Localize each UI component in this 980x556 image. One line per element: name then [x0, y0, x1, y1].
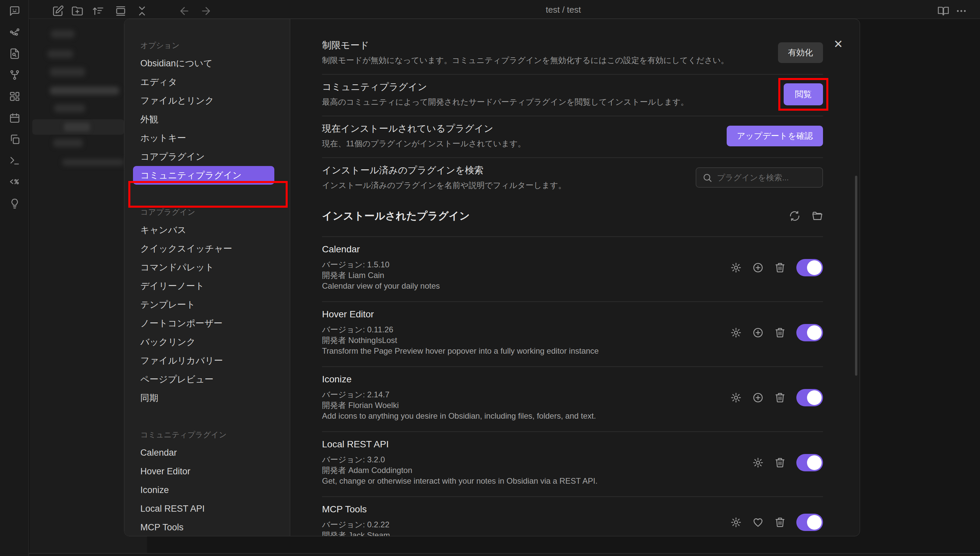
plugin-enable-toggle[interactable]	[796, 259, 823, 276]
plugin-row-calendar: Calendar バージョン: 1.5.10 開発者 Liam Cain Cal…	[322, 237, 823, 302]
sidebar-item-plugin-hover-editor[interactable]: Hover Editor	[124, 462, 290, 481]
plugin-settings-gear-icon[interactable]	[730, 517, 742, 528]
sidebar-item-daily-notes[interactable]: デイリーノート	[124, 277, 290, 295]
calendar-ribbon-icon[interactable]	[9, 112, 20, 124]
enable-restricted-mode-button[interactable]: 有効化	[778, 42, 823, 63]
plugin-name: Local REST API	[322, 439, 739, 450]
close-icon[interactable]: ✕	[834, 38, 843, 50]
sidebar-item-plugin-mcp-tools[interactable]: MCP Tools	[124, 518, 290, 536]
file-search-icon[interactable]	[9, 48, 20, 59]
plugin-row-mcp-tools: MCP Tools バージョン: 0.2.22 開発者 Jack Steam	[322, 497, 823, 536]
plugin-uninstall-trash-icon[interactable]	[774, 457, 786, 468]
plugin-version: バージョン: 2.14.7	[322, 390, 717, 400]
sidebar-item-plugin-calendar[interactable]: Calendar	[124, 443, 290, 462]
plugin-uninstall-trash-icon[interactable]	[774, 392, 786, 403]
setting-desc: インストール済みのプラグインを名前や説明でフィルターします。	[322, 180, 682, 190]
selected-file-item[interactable]	[32, 119, 124, 135]
plugin-developer: 開発者 NothingIsLost	[322, 335, 717, 346]
setting-search-plugins: インストール済みのプラグインを検索 インストール済みのプラグインを名前や説明でフ…	[322, 158, 823, 199]
sidebar-item-plugin-local-rest-api[interactable]: Local REST API	[124, 499, 290, 518]
modal-scrollbar[interactable]	[855, 176, 857, 376]
sidebar-item-core-plugins[interactable]: コアプラグイン	[124, 147, 290, 166]
plugin-settings-gear-icon[interactable]	[752, 457, 764, 468]
settings-modal: オプション Obsidianについて エディタ ファイルとリンク 外観 ホットキ…	[124, 19, 860, 536]
lightbulb-icon[interactable]	[9, 198, 20, 209]
plugin-enable-toggle[interactable]	[796, 389, 823, 406]
sidebar-item-quick-switcher[interactable]: クイックスイッチャー	[124, 239, 290, 258]
sidebar-item-community-plugins[interactable]: コミュニティプラグイン	[133, 166, 274, 185]
setting-community-plugins: コミュニティプラグイン 最高のコミュニティによって開発されたサードパーティプラグ…	[322, 75, 823, 116]
plugin-desc: Get, change or otherwise interact with y…	[322, 476, 739, 486]
plugin-version: バージョン: 3.2.0	[322, 454, 739, 465]
sidebar-item-note-composer[interactable]: ノートコンポーザー	[124, 314, 290, 333]
setting-title: 制限モード	[322, 40, 765, 51]
blurred-file-item	[50, 68, 85, 76]
sidebar-item-command-palette[interactable]: コマンドパレット	[124, 258, 290, 277]
settings-sidebar: オプション Obsidianについて エディタ ファイルとリンク 外観 ホットキ…	[124, 19, 290, 536]
plugin-uninstall-trash-icon[interactable]	[774, 517, 786, 528]
plugin-settings-gear-icon[interactable]	[730, 392, 742, 403]
installed-plugins-title: インストールされたプラグイン	[322, 209, 789, 223]
sidebar-item-sync[interactable]: 同期	[124, 389, 290, 407]
plugin-developer: 開発者 Adam Coddington	[322, 465, 739, 476]
blurred-file-item	[51, 30, 74, 38]
sidebar-item-appearance[interactable]: 外観	[124, 110, 290, 129]
plugin-uninstall-trash-icon[interactable]	[774, 262, 786, 273]
plugin-developer: 開発者 Jack Steam	[322, 530, 717, 536]
setting-desc: 現在、11個のプラグインがインストールされています。	[322, 139, 713, 149]
sidebar-item-file-recovery[interactable]: ファイルリカバリー	[124, 351, 290, 370]
plugin-enable-toggle[interactable]	[796, 514, 823, 531]
copy-files-icon[interactable]	[9, 134, 20, 145]
graph-icon[interactable]	[9, 27, 20, 39]
sidebar-item-hotkeys[interactable]: ホットキー	[124, 129, 290, 147]
stacked-panels-icon[interactable]	[115, 5, 127, 17]
search-icon	[702, 173, 712, 183]
new-folder-icon[interactable]	[71, 5, 83, 17]
plugin-settings-gear-icon[interactable]	[730, 327, 742, 338]
reload-plugins-icon[interactable]	[789, 210, 800, 221]
plugin-enable-toggle[interactable]	[796, 454, 823, 471]
plugin-donate-icon[interactable]	[752, 392, 764, 403]
plugin-row-local-rest-api: Local REST API バージョン: 3.2.0 開発者 Adam Cod…	[322, 432, 823, 497]
sidebar-section-header: コミュニティプラグイン	[124, 427, 290, 443]
sidebar-item-about[interactable]: Obsidianについて	[124, 54, 290, 73]
sidebar-item-plugin-iconize[interactable]: Iconize	[124, 481, 290, 499]
message-smile-icon[interactable]	[9, 5, 20, 17]
terminal-icon[interactable]	[9, 155, 20, 166]
back-arrow-icon[interactable]	[178, 5, 191, 17]
new-note-icon[interactable]	[52, 5, 64, 17]
sidebar-item-page-preview[interactable]: ページプレビュー	[124, 370, 290, 389]
more-options-icon[interactable]	[955, 5, 967, 17]
sidebar-item-templates[interactable]: テンプレート	[124, 295, 290, 314]
plugin-desc: Calendar view of your daily notes	[322, 281, 717, 291]
sort-icon[interactable]	[92, 5, 104, 17]
browse-plugins-button[interactable]: 閲覧	[784, 83, 823, 105]
sidebar-item-canvas[interactable]: キャンバス	[124, 221, 290, 239]
forward-arrow-icon[interactable]	[200, 5, 212, 17]
code-percent-icon[interactable]	[9, 176, 20, 187]
plugin-settings-gear-icon[interactable]	[730, 262, 742, 273]
book-open-icon[interactable]	[937, 5, 949, 17]
plugin-developer: 開発者 Liam Cain	[322, 270, 717, 281]
plugin-name: Calendar	[322, 244, 717, 255]
plugin-donate-icon[interactable]	[752, 262, 764, 273]
plugin-enable-toggle[interactable]	[796, 324, 823, 341]
git-fork-icon[interactable]	[9, 70, 20, 81]
layout-dashboard-icon[interactable]	[9, 91, 20, 102]
blurred-file-item	[54, 104, 85, 112]
plugin-uninstall-trash-icon[interactable]	[774, 327, 786, 338]
setting-title: インストール済みのプラグインを検索	[322, 165, 682, 176]
check-updates-button[interactable]: アップデートを確認	[727, 126, 823, 146]
plugin-donate-icon[interactable]	[752, 327, 764, 338]
plugin-search-input[interactable]	[717, 173, 816, 182]
setting-title: コミュニティプラグイン	[322, 81, 770, 93]
plugin-heart-icon[interactable]	[752, 517, 764, 528]
collapse-icon[interactable]	[136, 5, 148, 17]
plugin-version: バージョン: 0.11.26	[322, 324, 717, 335]
settings-content: ✕ 制限モード 制限モードが無効になっています。コミュニティプラグインを無効化す…	[290, 19, 860, 536]
sidebar-item-editor[interactable]: エディタ	[124, 73, 290, 91]
ribbon	[0, 0, 29, 556]
open-plugins-folder-icon[interactable]	[812, 210, 823, 221]
sidebar-item-files-links[interactable]: ファイルとリンク	[124, 91, 290, 110]
sidebar-item-backlinks[interactable]: バックリンク	[124, 333, 290, 351]
